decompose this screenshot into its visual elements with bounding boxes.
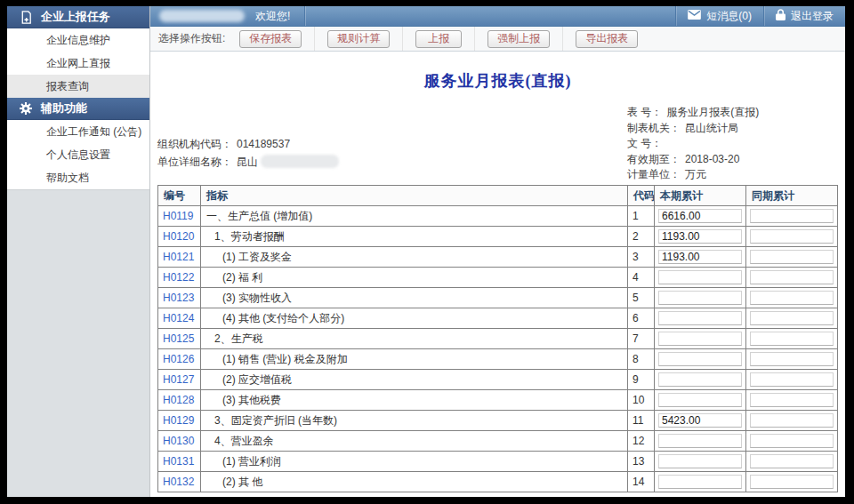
current-period-input[interactable]: 1193.00 (658, 229, 742, 244)
report-table: 编号指标代码本期累计同期累计 H0119一、生产总值 (增加值)16616.00… (157, 185, 838, 492)
prior-period-input[interactable] (750, 454, 834, 468)
row-code-link[interactable]: H0123 (163, 292, 194, 304)
row-code-link[interactable]: H0127 (163, 373, 194, 386)
current-period-input[interactable] (658, 311, 742, 325)
sidebar-menu: 企业上报任务企业信息维护企业网上直报报表查询辅助功能企业工作通知 (公告)个人信… (7, 6, 149, 190)
prior-period-input[interactable] (750, 332, 834, 346)
toolbar-button[interactable]: 保存报表 (239, 30, 302, 48)
prior-period-input[interactable] (750, 352, 834, 366)
current-period-input[interactable] (658, 291, 742, 305)
current-period-input[interactable] (658, 475, 742, 489)
messages-label: 短消息(0) (706, 9, 752, 24)
current-period-input[interactable] (658, 454, 742, 468)
current-period-input[interactable] (658, 332, 742, 346)
row-code-link[interactable]: H0131 (163, 455, 194, 468)
table-row: H0128(3) 其他税费10 (158, 390, 838, 411)
row-code-link[interactable]: H0122 (163, 271, 194, 284)
messages-button[interactable]: 短消息(0) (675, 6, 763, 26)
row-seq-cell: 10 (628, 390, 655, 411)
toolbar-button[interactable]: 导出报表 (576, 30, 638, 48)
row-code-cell: H0123 (158, 288, 201, 308)
row-code-link[interactable]: H0120 (163, 230, 194, 243)
prior-period-input[interactable] (750, 413, 834, 428)
topbar-right: 短消息(0) 退出登录 (675, 6, 845, 26)
row-current-cell (655, 472, 746, 492)
prior-period-input[interactable] (750, 393, 834, 407)
row-prior-cell (746, 411, 838, 431)
row-code-link[interactable]: H0121 (163, 251, 194, 263)
meta-label: 表 号： (627, 106, 662, 118)
logout-label: 退出登录 (791, 9, 834, 24)
gear-icon (19, 102, 33, 115)
toolbar-button[interactable]: 规则计算 (327, 30, 390, 48)
prior-period-input[interactable] (750, 270, 834, 284)
row-indicator-cell: (1) 销售 (营业) 税金及附加 (201, 349, 628, 370)
row-indicator-cell: 3、固定资产折旧 (当年数) (201, 411, 628, 431)
row-current-cell (655, 390, 746, 411)
prior-period-input[interactable] (750, 229, 834, 244)
current-period-input[interactable] (658, 372, 742, 387)
sidebar-item[interactable]: 报表查询 (7, 75, 149, 98)
row-code-link[interactable]: H0129 (163, 414, 194, 427)
logout-button[interactable]: 退出登录 (763, 6, 845, 26)
sidebar: 企业上报任务企业信息维护企业网上直报报表查询辅助功能企业工作通知 (公告)个人信… (7, 6, 150, 497)
prior-period-input[interactable] (750, 209, 834, 223)
meta-value: 昆山 (237, 156, 258, 168)
table-row: H0119一、生产总值 (增加值)16616.00 (158, 206, 838, 227)
sidebar-item[interactable]: 企业网上直报 (7, 52, 149, 75)
toolbar-button[interactable]: 上报 (415, 30, 462, 48)
table-row: H01304、营业盈余12 (158, 431, 838, 452)
sidebar-section-title: 企业上报任务 (41, 9, 110, 25)
sidebar-item[interactable]: 帮助文档 (7, 166, 149, 189)
sidebar-item[interactable]: 企业工作通知 (公告) (7, 120, 149, 143)
table-row: H0121(1) 工资及奖金31193.00 (158, 247, 838, 268)
prior-period-input[interactable] (750, 250, 834, 264)
meta-value: 2018-03-20 (685, 153, 739, 165)
row-code-link[interactable]: H0130 (163, 435, 194, 447)
row-code-link[interactable]: H0126 (163, 353, 194, 365)
sidebar-filler (7, 190, 149, 497)
current-period-input[interactable]: 6616.00 (658, 209, 742, 223)
row-code-cell: H0119 (158, 206, 201, 227)
row-prior-cell (746, 390, 838, 411)
row-code-link[interactable]: H0132 (163, 476, 194, 488)
row-seq-cell: 8 (628, 349, 655, 370)
row-code-link[interactable]: H0125 (163, 332, 194, 345)
current-period-input[interactable] (658, 434, 742, 448)
row-code-link[interactable]: H0128 (163, 394, 194, 406)
report-page: { "topbar": { "welcome": "欢迎您!", "messag… (0, 0, 854, 504)
table-row: H0123(3) 实物性收入5 (158, 288, 838, 308)
table-header-row: 编号指标代码本期累计同期累计 (158, 186, 838, 206)
prior-period-input[interactable] (750, 291, 834, 305)
current-period-input[interactable] (658, 352, 742, 366)
row-seq-cell: 3 (628, 247, 655, 268)
prior-period-input[interactable] (750, 475, 834, 489)
current-period-input[interactable]: 5423.00 (658, 413, 742, 428)
row-current-cell (655, 349, 746, 370)
current-period-input[interactable] (658, 270, 742, 284)
row-prior-cell (746, 370, 838, 390)
current-period-input[interactable]: 1193.00 (658, 250, 742, 264)
meta-left-line: 单位详细名称：昆山 (157, 153, 339, 171)
row-code-link[interactable]: H0119 (163, 210, 193, 222)
toolbar-button[interactable]: 强制上报 (487, 30, 550, 48)
row-current-cell (655, 452, 746, 472)
row-code-cell: H0121 (158, 247, 201, 268)
company-name-redacted (159, 10, 245, 22)
row-current-cell (655, 329, 746, 349)
row-seq-cell: 5 (628, 288, 655, 308)
row-current-cell: 1193.00 (655, 227, 746, 247)
table-row: H0127(2) 应交增值税9 (158, 370, 838, 390)
row-seq-cell: 6 (628, 308, 655, 329)
row-seq-cell: 13 (628, 452, 655, 472)
row-indicator-cell: 1、劳动者报酬 (201, 227, 628, 247)
prior-period-input[interactable] (750, 311, 834, 325)
sidebar-item[interactable]: 企业信息维护 (7, 28, 149, 52)
table-row: H0131(1) 营业利润13 (158, 452, 838, 472)
current-period-input[interactable] (658, 393, 742, 407)
row-code-link[interactable]: H0124 (163, 312, 194, 324)
sidebar-item[interactable]: 个人信息设置 (7, 143, 149, 166)
prior-period-input[interactable] (750, 372, 834, 387)
row-code-cell: H0122 (158, 268, 201, 288)
prior-period-input[interactable] (750, 434, 834, 448)
